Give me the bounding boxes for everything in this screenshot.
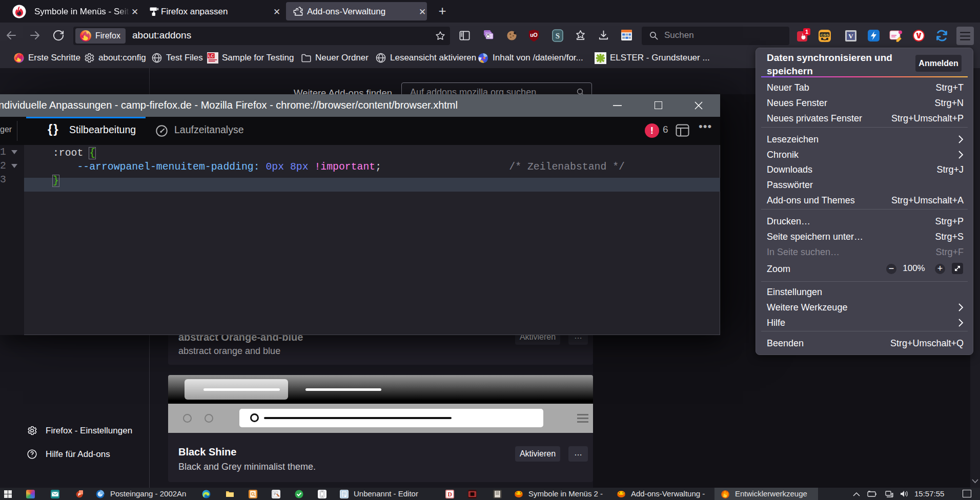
svg-text:V: V bbox=[848, 32, 853, 40]
svg-text:LC: LC bbox=[208, 54, 214, 58]
svg-text:D: D bbox=[447, 491, 452, 498]
svg-text:1: 1 bbox=[805, 29, 808, 35]
svg-text:S: S bbox=[556, 32, 560, 40]
svg-text:uO: uO bbox=[530, 32, 538, 38]
svg-text:CSS: CSS bbox=[821, 33, 829, 37]
svg-text:P: P bbox=[78, 492, 81, 497]
